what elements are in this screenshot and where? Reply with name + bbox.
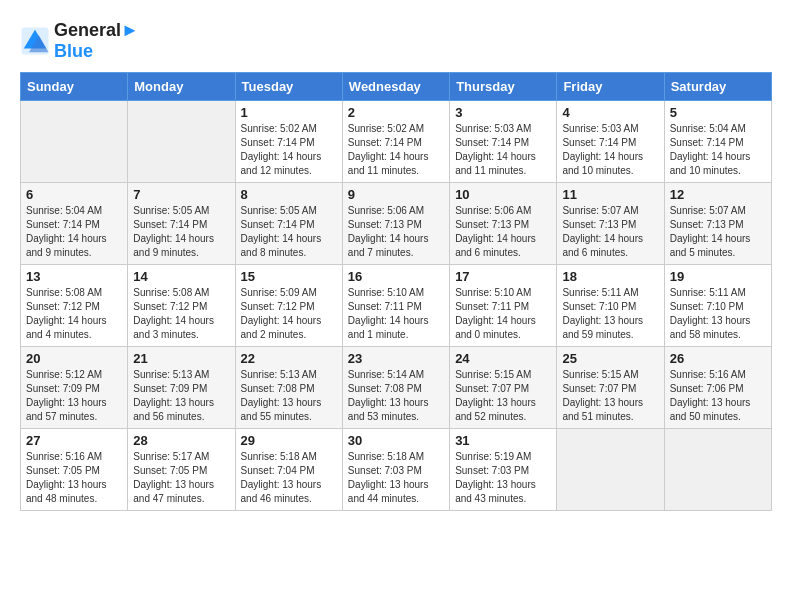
day-number: 17	[455, 269, 551, 284]
day-number: 31	[455, 433, 551, 448]
cell-info: Sunrise: 5:16 AMSunset: 7:06 PMDaylight:…	[670, 368, 766, 424]
calendar-cell: 30Sunrise: 5:18 AMSunset: 7:03 PMDayligh…	[342, 429, 449, 511]
day-number: 21	[133, 351, 229, 366]
calendar-header-row: SundayMondayTuesdayWednesdayThursdayFrid…	[21, 73, 772, 101]
week-row-1: 1Sunrise: 5:02 AMSunset: 7:14 PMDaylight…	[21, 101, 772, 183]
calendar-cell: 11Sunrise: 5:07 AMSunset: 7:13 PMDayligh…	[557, 183, 664, 265]
calendar-cell: 12Sunrise: 5:07 AMSunset: 7:13 PMDayligh…	[664, 183, 771, 265]
day-number: 24	[455, 351, 551, 366]
day-number: 4	[562, 105, 658, 120]
cell-info: Sunrise: 5:02 AMSunset: 7:14 PMDaylight:…	[348, 122, 444, 178]
calendar-cell: 24Sunrise: 5:15 AMSunset: 7:07 PMDayligh…	[450, 347, 557, 429]
day-number: 2	[348, 105, 444, 120]
calendar-cell	[21, 101, 128, 183]
cell-info: Sunrise: 5:08 AMSunset: 7:12 PMDaylight:…	[133, 286, 229, 342]
day-number: 18	[562, 269, 658, 284]
calendar-cell: 6Sunrise: 5:04 AMSunset: 7:14 PMDaylight…	[21, 183, 128, 265]
cell-info: Sunrise: 5:04 AMSunset: 7:14 PMDaylight:…	[670, 122, 766, 178]
cell-info: Sunrise: 5:06 AMSunset: 7:13 PMDaylight:…	[455, 204, 551, 260]
cell-info: Sunrise: 5:19 AMSunset: 7:03 PMDaylight:…	[455, 450, 551, 506]
day-number: 15	[241, 269, 337, 284]
cell-info: Sunrise: 5:02 AMSunset: 7:14 PMDaylight:…	[241, 122, 337, 178]
calendar-cell: 10Sunrise: 5:06 AMSunset: 7:13 PMDayligh…	[450, 183, 557, 265]
day-number: 16	[348, 269, 444, 284]
cell-info: Sunrise: 5:10 AMSunset: 7:11 PMDaylight:…	[455, 286, 551, 342]
calendar-cell	[128, 101, 235, 183]
cell-info: Sunrise: 5:15 AMSunset: 7:07 PMDaylight:…	[562, 368, 658, 424]
day-number: 13	[26, 269, 122, 284]
day-number: 22	[241, 351, 337, 366]
calendar-cell	[664, 429, 771, 511]
calendar-cell: 28Sunrise: 5:17 AMSunset: 7:05 PMDayligh…	[128, 429, 235, 511]
cell-info: Sunrise: 5:11 AMSunset: 7:10 PMDaylight:…	[670, 286, 766, 342]
column-header-wednesday: Wednesday	[342, 73, 449, 101]
day-number: 19	[670, 269, 766, 284]
cell-info: Sunrise: 5:10 AMSunset: 7:11 PMDaylight:…	[348, 286, 444, 342]
day-number: 14	[133, 269, 229, 284]
column-header-monday: Monday	[128, 73, 235, 101]
day-number: 6	[26, 187, 122, 202]
cell-info: Sunrise: 5:07 AMSunset: 7:13 PMDaylight:…	[670, 204, 766, 260]
day-number: 25	[562, 351, 658, 366]
day-number: 5	[670, 105, 766, 120]
calendar-cell: 15Sunrise: 5:09 AMSunset: 7:12 PMDayligh…	[235, 265, 342, 347]
column-header-tuesday: Tuesday	[235, 73, 342, 101]
cell-info: Sunrise: 5:09 AMSunset: 7:12 PMDaylight:…	[241, 286, 337, 342]
cell-info: Sunrise: 5:17 AMSunset: 7:05 PMDaylight:…	[133, 450, 229, 506]
week-row-2: 6Sunrise: 5:04 AMSunset: 7:14 PMDaylight…	[21, 183, 772, 265]
column-header-friday: Friday	[557, 73, 664, 101]
day-number: 23	[348, 351, 444, 366]
day-number: 28	[133, 433, 229, 448]
cell-info: Sunrise: 5:08 AMSunset: 7:12 PMDaylight:…	[26, 286, 122, 342]
week-row-4: 20Sunrise: 5:12 AMSunset: 7:09 PMDayligh…	[21, 347, 772, 429]
calendar-cell: 16Sunrise: 5:10 AMSunset: 7:11 PMDayligh…	[342, 265, 449, 347]
calendar-cell: 17Sunrise: 5:10 AMSunset: 7:11 PMDayligh…	[450, 265, 557, 347]
week-row-5: 27Sunrise: 5:16 AMSunset: 7:05 PMDayligh…	[21, 429, 772, 511]
calendar-cell: 1Sunrise: 5:02 AMSunset: 7:14 PMDaylight…	[235, 101, 342, 183]
calendar-cell: 19Sunrise: 5:11 AMSunset: 7:10 PMDayligh…	[664, 265, 771, 347]
cell-info: Sunrise: 5:04 AMSunset: 7:14 PMDaylight:…	[26, 204, 122, 260]
column-header-thursday: Thursday	[450, 73, 557, 101]
cell-info: Sunrise: 5:07 AMSunset: 7:13 PMDaylight:…	[562, 204, 658, 260]
cell-info: Sunrise: 5:16 AMSunset: 7:05 PMDaylight:…	[26, 450, 122, 506]
logo: General► Blue	[20, 20, 139, 62]
header: General► Blue	[20, 20, 772, 62]
day-number: 9	[348, 187, 444, 202]
cell-info: Sunrise: 5:14 AMSunset: 7:08 PMDaylight:…	[348, 368, 444, 424]
calendar-cell: 8Sunrise: 5:05 AMSunset: 7:14 PMDaylight…	[235, 183, 342, 265]
day-number: 29	[241, 433, 337, 448]
day-number: 27	[26, 433, 122, 448]
cell-info: Sunrise: 5:13 AMSunset: 7:08 PMDaylight:…	[241, 368, 337, 424]
cell-info: Sunrise: 5:18 AMSunset: 7:03 PMDaylight:…	[348, 450, 444, 506]
logo-text: General► Blue	[54, 20, 139, 62]
calendar-cell: 13Sunrise: 5:08 AMSunset: 7:12 PMDayligh…	[21, 265, 128, 347]
column-header-saturday: Saturday	[664, 73, 771, 101]
day-number: 10	[455, 187, 551, 202]
logo-icon	[20, 26, 50, 56]
day-number: 8	[241, 187, 337, 202]
calendar-table: SundayMondayTuesdayWednesdayThursdayFrid…	[20, 72, 772, 511]
calendar-cell: 5Sunrise: 5:04 AMSunset: 7:14 PMDaylight…	[664, 101, 771, 183]
calendar-cell: 9Sunrise: 5:06 AMSunset: 7:13 PMDaylight…	[342, 183, 449, 265]
cell-info: Sunrise: 5:05 AMSunset: 7:14 PMDaylight:…	[133, 204, 229, 260]
day-number: 26	[670, 351, 766, 366]
day-number: 30	[348, 433, 444, 448]
cell-info: Sunrise: 5:11 AMSunset: 7:10 PMDaylight:…	[562, 286, 658, 342]
day-number: 11	[562, 187, 658, 202]
calendar-cell: 22Sunrise: 5:13 AMSunset: 7:08 PMDayligh…	[235, 347, 342, 429]
calendar-cell: 7Sunrise: 5:05 AMSunset: 7:14 PMDaylight…	[128, 183, 235, 265]
cell-info: Sunrise: 5:03 AMSunset: 7:14 PMDaylight:…	[562, 122, 658, 178]
calendar-cell: 31Sunrise: 5:19 AMSunset: 7:03 PMDayligh…	[450, 429, 557, 511]
calendar-cell: 2Sunrise: 5:02 AMSunset: 7:14 PMDaylight…	[342, 101, 449, 183]
day-number: 1	[241, 105, 337, 120]
calendar-cell: 26Sunrise: 5:16 AMSunset: 7:06 PMDayligh…	[664, 347, 771, 429]
calendar-cell: 21Sunrise: 5:13 AMSunset: 7:09 PMDayligh…	[128, 347, 235, 429]
cell-info: Sunrise: 5:05 AMSunset: 7:14 PMDaylight:…	[241, 204, 337, 260]
calendar-cell: 20Sunrise: 5:12 AMSunset: 7:09 PMDayligh…	[21, 347, 128, 429]
calendar-cell: 25Sunrise: 5:15 AMSunset: 7:07 PMDayligh…	[557, 347, 664, 429]
cell-info: Sunrise: 5:12 AMSunset: 7:09 PMDaylight:…	[26, 368, 122, 424]
column-header-sunday: Sunday	[21, 73, 128, 101]
cell-info: Sunrise: 5:13 AMSunset: 7:09 PMDaylight:…	[133, 368, 229, 424]
cell-info: Sunrise: 5:03 AMSunset: 7:14 PMDaylight:…	[455, 122, 551, 178]
day-number: 3	[455, 105, 551, 120]
